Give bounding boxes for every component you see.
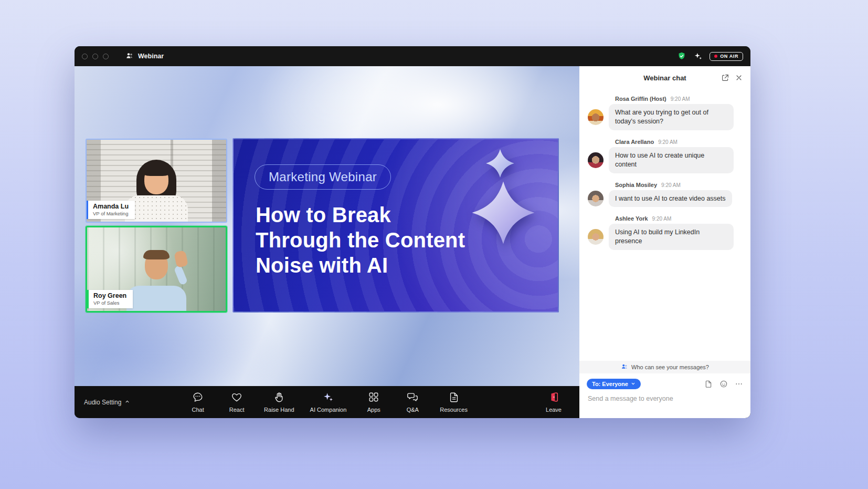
window-controls (82, 54, 109, 59)
message-sender: Ashlee York (615, 215, 648, 222)
ai-companion-sparkle-icon[interactable] (693, 51, 703, 61)
webinar-chat-panel: Webinar chat Rosa Griffin (Host) 9:20 AM (579, 66, 750, 418)
message-time: 9:20 AM (661, 182, 681, 188)
chat-panel-title: Webinar chat (612, 74, 718, 82)
toolbar-react-button[interactable]: React (225, 391, 248, 413)
toolbar-resources-button[interactable]: Resources (440, 391, 468, 413)
encryption-shield-icon[interactable] (677, 51, 686, 61)
slide-sparkle-shape-big (471, 180, 536, 245)
toolbar-label: AI Companion (310, 407, 347, 413)
close-icon[interactable] (735, 74, 743, 82)
webinar-window: Webinar ON AIR (75, 46, 750, 418)
toolbar-chat-button[interactable]: Chat (186, 391, 209, 413)
toolbar-label: Apps (367, 407, 380, 413)
attach-file-icon[interactable] (704, 380, 713, 388)
slide-badge: Marketing Webinar (255, 164, 391, 190)
toolbar-raise-hand-button[interactable]: Raise Hand (264, 391, 294, 413)
chat-composer: To: Everyone (579, 373, 750, 418)
name-tag-amanda: Amanda Lu VP of Marketing (87, 201, 135, 219)
toolbar-label: Q&A (407, 407, 419, 413)
apps-icon (368, 391, 379, 405)
qa-bubbles-icon (407, 391, 418, 405)
chat-message: Ashlee York 9:20 AM Using AI to build my… (588, 215, 742, 250)
toolbar-label: React (229, 407, 245, 413)
message-input[interactable] (587, 389, 743, 418)
message-bubble: How to use AI to create unique content (609, 147, 734, 173)
chat-icon (192, 391, 204, 405)
slide-title: How to Break Through the Content Noise w… (256, 202, 465, 278)
chevron-up-icon (124, 399, 130, 406)
resources-document-icon (448, 391, 460, 405)
toolbar-apps-button[interactable]: Apps (362, 391, 385, 413)
message-sender: Clara Arellano (615, 139, 654, 145)
avatar (588, 152, 604, 168)
slide-sparkle-shape-small (485, 149, 515, 178)
audio-setting-button[interactable]: Audio Setting (84, 399, 130, 406)
participant-tile-amanda[interactable]: Amanda Lu VP of Marketing (86, 139, 227, 223)
name-tag-roy: Roy Green VP of Sales (87, 290, 133, 308)
chat-message: Clara Arellano 9:20 AM How to use AI to … (588, 139, 742, 173)
webinar-people-icon (125, 51, 134, 61)
chat-footer: Who can see your messages? To: Everyone (579, 361, 750, 418)
privacy-note-text: Who can see your messages? (631, 364, 709, 370)
participant-role: VP of Sales (93, 300, 126, 306)
on-air-dot-icon (714, 55, 717, 58)
pop-out-icon[interactable] (721, 74, 729, 82)
avatar (588, 191, 604, 206)
message-time: 9:20 AM (671, 96, 690, 102)
message-bubble: What are you trying to get out of today'… (609, 104, 734, 130)
message-bubble: Using AI to build my LinkedIn presence (609, 224, 734, 250)
on-air-label: ON AIR (720, 54, 738, 59)
leave-button[interactable]: Leave (546, 391, 562, 413)
heart-icon (231, 391, 242, 405)
toolbar-qa-button[interactable]: Q&A (401, 391, 424, 413)
participant-tile-roy[interactable]: Roy Green VP of Sales (86, 226, 227, 313)
window-title: Webinar (138, 53, 164, 60)
recipient-selector[interactable]: To: Everyone (587, 379, 641, 389)
ai-sparkle-icon (322, 391, 334, 405)
privacy-note-link[interactable]: Who can see your messages? (579, 361, 750, 373)
people-privacy-icon (621, 363, 628, 371)
window-minimize-button[interactable] (92, 54, 98, 59)
avatar (588, 109, 604, 125)
toolbar-ai-companion-button[interactable]: AI Companion (310, 391, 347, 413)
leave-label: Leave (546, 407, 562, 413)
chat-message-list: Rosa Griffin (Host) 9:20 AM What are you… (579, 89, 750, 361)
message-sender: Rosa Griffin (Host) (615, 96, 666, 102)
audio-setting-label: Audio Setting (84, 399, 121, 406)
avatar (588, 229, 604, 245)
leave-door-icon (548, 391, 559, 405)
window-close-button[interactable] (82, 54, 88, 59)
chat-message: Rosa Griffin (Host) 9:20 AM What are you… (588, 96, 742, 130)
message-time: 9:20 AM (658, 139, 678, 145)
shared-slide: Marketing Webinar How to Break Through t… (232, 138, 559, 313)
participant-role: VP of Marketing (93, 211, 129, 216)
more-options-icon[interactable] (735, 380, 743, 388)
toolbar-label: Raise Hand (264, 407, 294, 413)
recipient-label: To: Everyone (592, 381, 628, 387)
message-sender: Sophia Mosiley (615, 182, 657, 188)
raise-hand-icon (273, 391, 285, 405)
toolbar-label: Chat (192, 407, 204, 413)
titlebar: Webinar ON AIR (75, 46, 750, 66)
participant-name: Amanda Lu (93, 203, 129, 210)
chat-message: Sophia Mosiley 9:20 AM I want to use AI … (588, 182, 742, 207)
participant-name: Roy Green (93, 292, 126, 299)
window-title-group: Webinar (125, 51, 164, 61)
video-stage: Amanda Lu VP of Marketing Roy Green VP o… (75, 66, 579, 386)
on-air-badge: ON AIR (710, 52, 743, 61)
chat-header: Webinar chat (579, 66, 750, 89)
chevron-down-icon (631, 381, 636, 387)
emoji-icon[interactable] (719, 380, 728, 388)
message-bubble: I want to use AI to create video assets (609, 190, 732, 207)
window-zoom-button[interactable] (103, 54, 109, 59)
meeting-toolbar: Audio Setting Chat (75, 386, 579, 418)
toolbar-label: Resources (440, 407, 468, 413)
message-time: 9:20 AM (652, 216, 672, 222)
